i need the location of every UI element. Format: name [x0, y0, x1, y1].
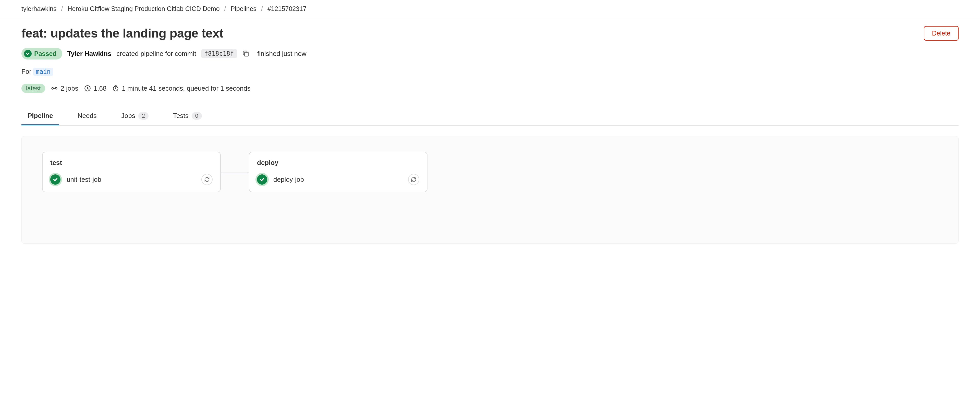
check-circle-icon — [24, 50, 32, 57]
stats-row: latest 2 jobs 1.68 1 minu — [21, 84, 959, 93]
tab-count: 2 — [138, 112, 148, 120]
svg-point-2 — [56, 88, 57, 89]
stage-title: test — [50, 159, 213, 167]
job-name: deploy-job — [273, 176, 304, 183]
breadcrumb-pipeline-id[interactable]: #1215702317 — [267, 5, 307, 13]
pipeline-meta: Passed Tyler Hawkins created pipeline fo… — [21, 48, 959, 59]
tab-pipeline[interactable]: Pipeline — [21, 108, 59, 125]
stage-connector — [221, 152, 249, 192]
breadcrumb-separator: / — [261, 5, 263, 13]
breadcrumb-pipelines[interactable]: Pipelines — [231, 5, 256, 13]
svg-rect-0 — [245, 53, 248, 56]
breadcrumb-separator: / — [224, 5, 226, 13]
stage-card-deploy: deploy deploy-job — [249, 152, 428, 192]
tabs: Pipeline Needs Jobs 2 Tests 0 — [21, 108, 959, 126]
job-row[interactable]: unit-test-job — [50, 174, 213, 185]
created-text: created pipeline for commit — [117, 50, 196, 58]
breadcrumb-project[interactable]: Heroku Gitflow Staging Production Gitlab… — [68, 5, 220, 13]
tab-label: Pipeline — [27, 112, 53, 120]
breadcrumb-separator: / — [61, 5, 63, 13]
status-text: Passed — [34, 50, 57, 57]
branch-row: For main — [21, 68, 959, 76]
gauge-icon — [84, 85, 91, 92]
retry-button[interactable] — [408, 174, 419, 185]
job-row[interactable]: deploy-job — [257, 174, 419, 185]
jobs-icon — [51, 85, 58, 92]
author-name[interactable]: Tyler Hawkins — [67, 50, 111, 58]
status-badge[interactable]: Passed — [21, 48, 62, 59]
breadcrumb: tylerhawkins / Heroku Gitflow Staging Pr… — [0, 0, 980, 19]
retry-button[interactable] — [201, 174, 213, 185]
delete-button[interactable]: Delete — [924, 26, 959, 41]
cost-text: 1.68 — [94, 84, 107, 92]
tab-label: Tests — [173, 112, 189, 120]
check-circle-icon — [257, 174, 267, 185]
jobs-stat[interactable]: 2 jobs — [51, 84, 78, 92]
svg-point-1 — [52, 88, 54, 89]
cost-stat: 1.68 — [84, 84, 107, 92]
latest-badge: latest — [21, 84, 45, 93]
tab-count: 0 — [192, 112, 202, 120]
copy-icon[interactable] — [242, 50, 250, 57]
duration-stat: 1 minute 41 seconds, queued for 1 second… — [112, 84, 250, 92]
check-circle-icon — [50, 174, 60, 185]
svg-point-5 — [113, 86, 118, 91]
tab-needs[interactable]: Needs — [72, 108, 103, 125]
tab-label: Jobs — [121, 112, 135, 120]
for-label: For — [21, 68, 32, 75]
branch-name[interactable]: main — [33, 68, 53, 76]
job-name: unit-test-job — [67, 176, 101, 183]
tab-tests[interactable]: Tests 0 — [167, 108, 208, 125]
stage-card-test: test unit-test-job — [42, 152, 221, 192]
page-title: feat: updates the landing page text — [21, 26, 223, 40]
duration-text: 1 minute 41 seconds, queued for 1 second… — [122, 84, 250, 92]
finished-text: finished just now — [257, 50, 306, 58]
stopwatch-icon — [112, 85, 119, 92]
tab-label: Needs — [78, 112, 97, 120]
breadcrumb-user[interactable]: tylerhawkins — [21, 5, 57, 13]
tab-jobs[interactable]: Jobs 2 — [115, 108, 155, 125]
jobs-text: 2 jobs — [60, 84, 78, 92]
commit-sha[interactable]: f818c18f — [201, 49, 237, 58]
stage-title: deploy — [257, 159, 419, 167]
pipeline-graph: test unit-test-job — [21, 136, 959, 243]
